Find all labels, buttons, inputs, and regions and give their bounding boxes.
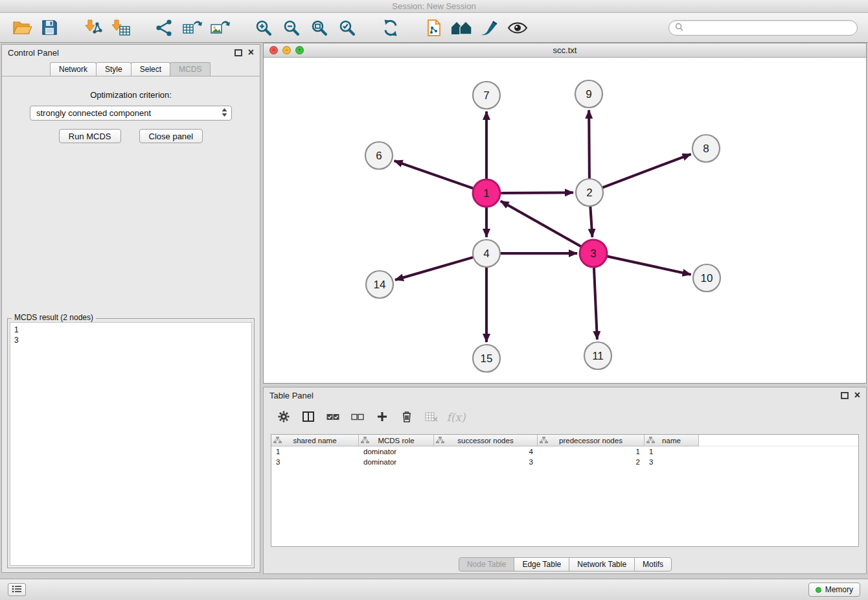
column-type-icon	[273, 437, 282, 445]
zoom-out-button[interactable]	[277, 15, 305, 41]
edge-2-9[interactable]	[589, 110, 589, 180]
node-6[interactable]: 6	[365, 142, 393, 169]
node-2[interactable]: 2	[576, 179, 603, 206]
duplicate-network-button[interactable]	[420, 15, 448, 41]
zoom-fit-icon	[310, 19, 328, 37]
table-panel: Table Panel × f(x) shared nameMCDS roles…	[263, 387, 867, 574]
edge-3-11[interactable]	[594, 266, 597, 340]
network-canvas[interactable]: 7968124314101511	[264, 58, 866, 383]
edge-1-6[interactable]	[394, 161, 475, 189]
zoom-selected-button[interactable]	[333, 15, 361, 41]
table-panel-title: Table Panel	[269, 391, 841, 400]
function-builder-button[interactable]: f(x)	[445, 407, 467, 428]
search-box[interactable]	[668, 20, 858, 36]
column-header-successor-nodes[interactable]: successor nodes	[434, 435, 538, 446]
table-panel-close-button[interactable]: ×	[854, 390, 860, 400]
apply-style-button[interactable]	[475, 15, 503, 41]
tab-style[interactable]: Style	[96, 62, 131, 76]
save-session-button[interactable]	[36, 15, 63, 41]
column-header-predecessor-nodes[interactable]: predecessor nodes	[538, 435, 645, 446]
tab-network-table[interactable]: Network Table	[569, 557, 635, 571]
zoom-in-button[interactable]	[249, 15, 277, 41]
column-header-shared-name[interactable]: shared name	[271, 435, 359, 446]
node-11[interactable]: 11	[584, 342, 611, 369]
close-panel-button[interactable]: Close panel	[139, 129, 203, 143]
tab-network[interactable]: Network	[50, 62, 97, 76]
edge-3-10[interactable]	[606, 256, 691, 275]
network-view-window: × − + scc.txt 7968124314101511	[263, 43, 867, 384]
show-graphics-details-button[interactable]	[503, 15, 531, 41]
mcds-result-list[interactable]: 13	[10, 322, 252, 566]
home-button[interactable]	[448, 15, 475, 41]
tab-edge-table[interactable]: Edge Table	[514, 557, 569, 571]
column-header-mcds-role[interactable]: MCDS role	[359, 435, 434, 446]
edge-2-3[interactable]	[590, 205, 592, 237]
node-15[interactable]: 15	[473, 345, 500, 372]
unselect-all-button[interactable]	[347, 407, 369, 428]
open-session-button[interactable]	[8, 15, 36, 41]
optimization-criterion-select[interactable]: strongly connected component	[30, 106, 232, 121]
column-header-label: shared name	[293, 437, 336, 444]
tab-motifs[interactable]: Motifs	[634, 557, 672, 571]
node-1[interactable]: 1	[473, 179, 500, 207]
delete-table-button[interactable]	[420, 407, 442, 428]
delete-row-button[interactable]	[396, 407, 418, 428]
network-maximize-button[interactable]: +	[295, 46, 304, 54]
node-14[interactable]: 14	[366, 271, 393, 298]
export-table-button[interactable]	[178, 15, 206, 41]
mcds-result-group: MCDS result (2 nodes) 13	[7, 318, 255, 568]
edge-1-2[interactable]	[499, 192, 573, 193]
import-table-from-file-button[interactable]	[107, 15, 135, 41]
zoom-fit-button[interactable]	[305, 15, 333, 41]
node-label: 3	[590, 248, 596, 260]
column-header-label: successor nodes	[457, 437, 513, 444]
control-panel-float-button[interactable]	[234, 49, 242, 56]
toolbar-group-4	[249, 15, 361, 41]
split-panel-icon	[303, 411, 314, 424]
node-label: 2	[586, 187, 592, 199]
run-mcds-button[interactable]: Run MCDS	[59, 129, 121, 143]
table-row[interactable]: 3dominator323	[271, 457, 858, 467]
node-9[interactable]: 9	[575, 80, 602, 108]
export-image-button[interactable]	[206, 15, 234, 41]
node-4[interactable]: 4	[473, 240, 500, 267]
select-all-button[interactable]	[322, 407, 344, 428]
table-panel-float-button[interactable]	[841, 392, 849, 399]
edge-4-14[interactable]	[395, 257, 475, 280]
cell-predecessor-nodes: 2	[538, 457, 645, 467]
tab-mcds[interactable]: MCDS	[170, 62, 211, 76]
memory-button[interactable]: Memory	[808, 583, 860, 597]
network-minimize-button[interactable]: −	[282, 46, 291, 54]
home-icon	[451, 19, 473, 36]
control-panel-close-button[interactable]: ×	[248, 47, 254, 58]
node-7[interactable]: 7	[473, 82, 500, 109]
toolbar-group-2	[79, 15, 135, 41]
table-row[interactable]: 1dominator411	[271, 446, 858, 457]
import-network-from-file-button[interactable]	[79, 15, 107, 41]
table-settings-button[interactable]	[273, 407, 295, 428]
search-input[interactable]	[687, 23, 851, 32]
tab-node-table[interactable]: Node Table	[459, 557, 515, 571]
split-panel-button[interactable]	[297, 407, 319, 428]
node-3[interactable]: 3	[580, 240, 607, 267]
add-row-button[interactable]	[371, 407, 393, 428]
edge-3-1[interactable]	[501, 201, 583, 247]
network-close-button[interactable]: ×	[269, 46, 278, 54]
node-label: 4	[483, 248, 489, 260]
export-image-icon	[210, 19, 231, 37]
node-10[interactable]: 10	[693, 264, 720, 292]
column-header-label: predecessor nodes	[559, 437, 622, 444]
refresh-button[interactable]	[376, 15, 404, 41]
cell-successor-nodes: 4	[434, 446, 538, 457]
edge-2-8[interactable]	[601, 154, 691, 188]
new-network-button[interactable]	[150, 15, 178, 41]
node-label: 1	[483, 187, 489, 200]
tab-select[interactable]: Select	[131, 62, 170, 76]
automation-panel-button[interactable]	[8, 583, 26, 596]
optimization-criterion-value: strongly connected component	[36, 108, 221, 118]
network-window-titlebar: × − + scc.txt	[264, 43, 866, 58]
node-8[interactable]: 8	[692, 135, 720, 162]
cell-name: 1	[645, 446, 699, 457]
column-header-name[interactable]: name	[645, 435, 699, 446]
network-graph: 7968124314101511	[264, 58, 867, 384]
